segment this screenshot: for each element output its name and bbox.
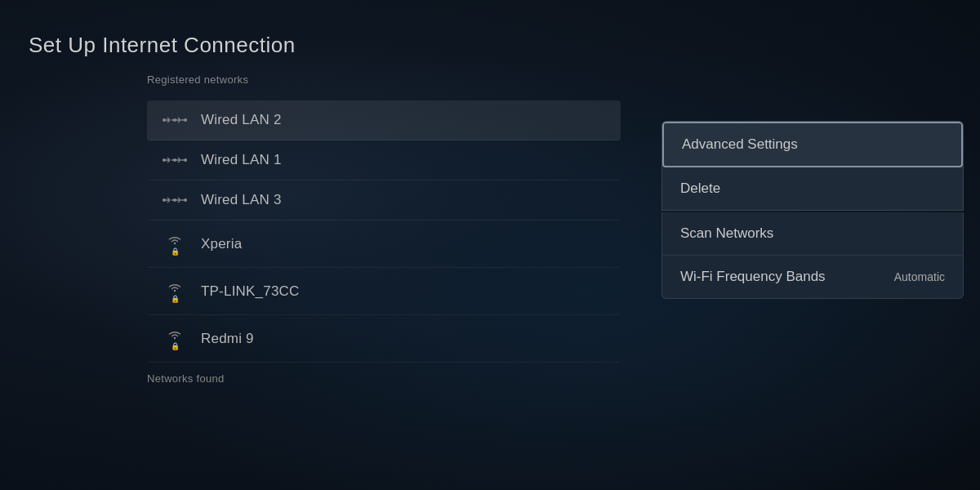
wired-icon bbox=[160, 154, 189, 167]
lock-icon: 🔒 bbox=[171, 295, 180, 303]
svg-point-9 bbox=[173, 158, 176, 162]
svg-point-16 bbox=[173, 198, 176, 202]
network-item-wired-lan-3[interactable]: Wired LAN 3 bbox=[147, 180, 621, 220]
svg-point-5 bbox=[184, 118, 187, 122]
wifi-icon: 🔒 bbox=[160, 279, 189, 303]
wifi-icon: 🔒 bbox=[160, 327, 189, 350]
svg-point-0 bbox=[163, 118, 166, 122]
svg-point-14 bbox=[163, 198, 166, 202]
svg-point-2 bbox=[173, 118, 176, 122]
page-title: Set Up Internet Connection bbox=[29, 33, 296, 58]
network-item-wired-lan-1[interactable]: Wired LAN 1 bbox=[147, 140, 621, 180]
delete-button[interactable]: Delete bbox=[662, 167, 963, 210]
svg-point-7 bbox=[163, 158, 166, 162]
advanced-settings-label: Advanced Settings bbox=[682, 136, 798, 153]
network-name: Wired LAN 2 bbox=[201, 112, 282, 128]
network-list: Wired LAN 2 Wired LAN 1 bbox=[147, 100, 621, 363]
network-name: Wired LAN 3 bbox=[201, 192, 282, 208]
wired-icon bbox=[160, 114, 189, 127]
scan-networks-button[interactable]: Scan Networks bbox=[662, 212, 963, 256]
wifi-icon: 🔒 bbox=[160, 232, 189, 256]
scan-networks-label: Scan Networks bbox=[680, 225, 773, 242]
wifi-frequency-value: Automatic bbox=[894, 270, 945, 283]
delete-label: Delete bbox=[680, 180, 720, 197]
lock-icon: 🔒 bbox=[171, 342, 180, 350]
svg-point-12 bbox=[184, 158, 187, 162]
menu-group-1: Advanced Settings Delete bbox=[662, 121, 964, 211]
network-item-tp-link[interactable]: 🔒 TP-LINK_73CC bbox=[147, 268, 621, 315]
network-name: Redmi 9 bbox=[201, 331, 254, 347]
left-panel: Registered networks Wired LAN 2 bbox=[147, 74, 621, 385]
wifi-frequency-button[interactable]: Wi-Fi Frequency Bands Automatic bbox=[662, 256, 963, 298]
network-name: Wired LAN 1 bbox=[201, 152, 282, 168]
advanced-settings-button[interactable]: Advanced Settings bbox=[662, 122, 963, 167]
network-item-redmi-9[interactable]: 🔒 Redmi 9 bbox=[147, 315, 621, 363]
wifi-frequency-label: Wi-Fi Frequency Bands bbox=[680, 269, 826, 285]
network-item-wired-lan-2[interactable]: Wired LAN 2 bbox=[147, 100, 621, 140]
svg-point-19 bbox=[184, 198, 187, 202]
menu-group-2: Scan Networks Wi-Fi Frequency Bands Auto… bbox=[662, 212, 964, 299]
registered-networks-label: Registered networks bbox=[147, 74, 621, 86]
networks-found-label: Networks found bbox=[147, 372, 621, 385]
network-name: TP-LINK_73CC bbox=[201, 283, 300, 300]
context-menu: Advanced Settings Delete Scan Networks W… bbox=[662, 121, 964, 299]
lock-icon: 🔒 bbox=[171, 247, 180, 256]
network-name: Xperia bbox=[201, 236, 242, 252]
wired-icon bbox=[160, 194, 189, 207]
network-item-xperia[interactable]: 🔒 Xperia bbox=[147, 220, 621, 268]
